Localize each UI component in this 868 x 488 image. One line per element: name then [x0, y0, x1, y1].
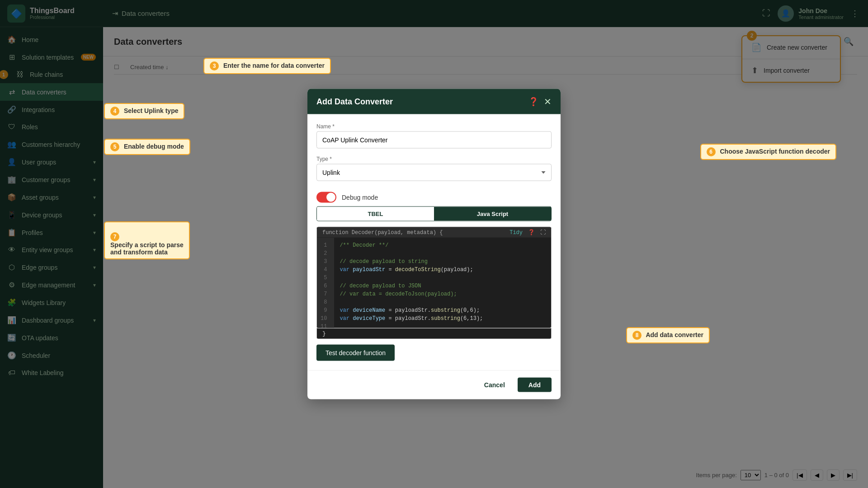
- debug-mode-toggle[interactable]: [316, 192, 336, 203]
- code-header-text: function Decoder(payload, metadata) {: [322, 229, 443, 235]
- modal-title: Add Data Converter: [316, 97, 393, 106]
- add-data-converter-modal: Add Data Converter ❓ ✕ Name * Type * Upl…: [307, 89, 561, 399]
- cancel-button[interactable]: Cancel: [477, 378, 512, 392]
- name-field-group: Name *: [316, 123, 552, 149]
- name-label: Name *: [316, 123, 552, 130]
- type-field-group: Type * Uplink: [316, 156, 552, 181]
- code-help-icon[interactable]: ❓: [528, 229, 535, 236]
- modal-help-icon[interactable]: ❓: [528, 97, 538, 107]
- code-editor-header: function Decoder(payload, metadata) { Ti…: [317, 227, 551, 238]
- tab-tbel[interactable]: TBEL: [317, 207, 434, 221]
- debug-mode-row: Debug mode: [316, 188, 552, 206]
- code-fullscreen-icon[interactable]: ⛶: [540, 229, 546, 236]
- type-select[interactable]: Uplink: [316, 164, 552, 181]
- script-type-tabs: TBEL Java Script: [316, 206, 552, 221]
- toggle-knob: [326, 193, 335, 202]
- code-editor[interactable]: function Decoder(payload, metadata) { Ti…: [316, 227, 552, 328]
- code-lines: /** Decoder **/ // decode payload to str…: [334, 238, 551, 328]
- line-numbers: 12345 678910 1112: [317, 238, 334, 328]
- modal-header: Add Data Converter ❓ ✕: [307, 89, 561, 114]
- code-footer: }: [316, 328, 552, 339]
- modal-footer: Cancel Add: [307, 370, 561, 399]
- add-button-modal[interactable]: Add: [518, 378, 552, 392]
- modal-close-button[interactable]: ✕: [544, 96, 552, 107]
- test-decoder-button[interactable]: Test decoder function: [316, 345, 395, 361]
- debug-mode-label: Debug mode: [342, 194, 378, 201]
- tidy-btn[interactable]: Tidy: [509, 229, 523, 235]
- type-label: Type *: [316, 156, 552, 162]
- code-content: 12345 678910 1112 /** Decoder **/ // dec…: [317, 238, 551, 328]
- name-input[interactable]: [316, 131, 552, 149]
- modal-body: Name * Type * Uplink Debug mode TBEL Jav…: [307, 114, 561, 370]
- tab-javascript[interactable]: Java Script: [434, 207, 551, 221]
